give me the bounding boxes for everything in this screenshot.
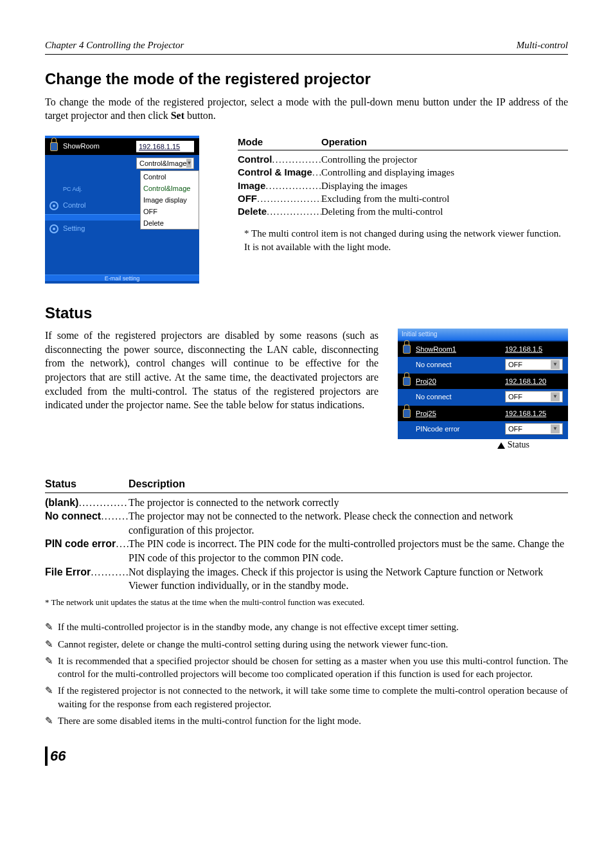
change-mode-title: Change the mode of the registered projec… [45,69,568,89]
chevron-down-icon: ▼ [551,360,560,369]
projector-ip: 192.168.1.15 [136,141,194,152]
mode-option[interactable]: Image display [141,194,199,206]
mode-option[interactable]: Delete [141,217,199,229]
pencil-icon: ✎ [45,638,58,651]
status-title: Status [45,303,568,323]
lock-icon [45,142,63,151]
mode-option-selected[interactable]: Control&Image [141,183,199,194]
mode-select[interactable]: Control&Image ▼ [136,158,194,169]
pencil-icon: ✎ [45,714,58,727]
initial-setting-bar: Initial setting [398,329,568,340]
mode-footnote: * The multi control item is not changed … [244,227,568,253]
chevron-down-icon: ▼ [551,392,560,401]
status-callout: Status [398,439,568,451]
lock-icon [398,377,416,386]
status-mode-select[interactable]: OFF▼ [505,391,563,402]
pencil-icon: ✎ [45,655,58,681]
chapter-label: Chapter 4 Controlling the Projector [45,39,184,51]
status-screenshot: Initial setting ShowRoom1192.168.1.5 No … [398,329,568,451]
mode-option[interactable]: OFF [141,206,199,217]
arrow-up-icon [497,442,505,449]
chevron-down-icon: ▼ [551,424,560,433]
projector-name: ShowRoom [63,141,136,151]
page-header: Chapter 4 Controlling the Projector Mult… [45,39,568,55]
control-icon [45,201,63,210]
email-setting-link[interactable]: E-mail setting [45,275,199,281]
mode-dropdown-screenshot: ShowRoom 192.168.1.15 Control&Image ▼ Co… [45,136,199,284]
status-description-table: StatusDescription (blank)The projector i… [45,477,568,593]
footnotes: ✎If the multi-controlled projector is in… [45,620,568,727]
section-label: Multi-control [517,39,568,51]
lock-icon [398,345,416,354]
mode-option[interactable]: Control [141,171,199,183]
chevron-down-icon: ▼ [186,159,191,168]
status-mode-select[interactable]: OFF▼ [505,359,563,370]
pencil-icon: ✎ [45,620,58,633]
mode-operation-table: ModeOperation ControlControlling the pro… [238,136,568,284]
change-mode-intro: To change the mode of the registered pro… [45,95,568,123]
status-paragraph: If some of the registered projectors are… [45,329,378,412]
pencil-icon: ✎ [45,684,58,710]
mode-dropdown-list[interactable]: Control Control&Image Image display OFF … [140,170,199,230]
status-mode-select[interactable]: OFF▼ [505,423,563,435]
lock-icon [398,409,416,418]
setting-icon [45,224,63,233]
status-small-note: * The network unit updates the status at… [45,597,568,608]
page-number: 66 [45,746,568,766]
